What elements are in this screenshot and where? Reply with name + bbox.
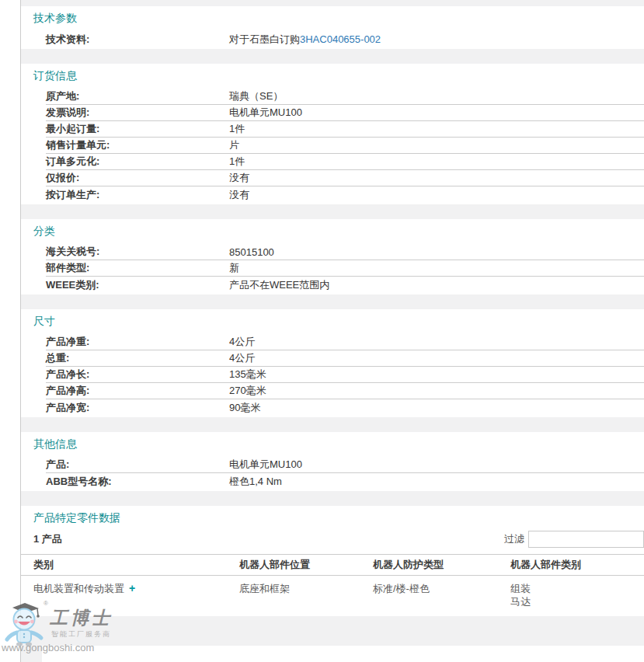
next-section-edge (42, 646, 644, 662)
row-product-net-width: 产品净宽: 90毫米 (46, 399, 644, 416)
kv-label: 产品: (46, 458, 229, 472)
section-classification: 分类 海关关税号: 85015100 部件类型: 新 WEEE类别: 产品不在W… (21, 219, 644, 294)
expand-plus-icon[interactable]: + (129, 582, 135, 594)
filter-group: 过滤 (504, 531, 644, 548)
col-header-robot-part-location: 机器人部件位置 (239, 555, 373, 576)
row-gross-weight: 总重: 4公斤 (46, 350, 644, 367)
kv-value: 没有 (229, 188, 249, 202)
kv-value: 4公斤 (229, 351, 255, 365)
row-customs-tariff-number: 海关关税号: 85015100 (46, 244, 644, 260)
row-product: 产品: 电机单元MU100 (46, 457, 644, 473)
kv-value: 270毫米 (229, 384, 266, 398)
cell-protection: 标准/楼-橙色 (373, 576, 510, 611)
cell-category: 电机装置和传动装置+ (21, 576, 239, 611)
kv-label: 产品净高: (46, 384, 229, 398)
table-row: 电机装置和传动装置+ 底座和框架 标准/楼-橙色 组装 马达 (21, 576, 644, 611)
section-technical-parameters: 技术参数 技术资料: 对于石墨白订购3HAC040655-002 (21, 6, 644, 49)
kv-label: ABB型号名称: (46, 475, 229, 489)
col-header-robot-part-class: 机器人部件类别 (510, 555, 644, 576)
kv-label: 订单多元化: (46, 155, 229, 169)
row-part-type: 部件类型: 新 (46, 260, 644, 277)
kv-label: 销售计量单元: (46, 138, 229, 152)
kv-value: 产品不在WEEE范围内 (229, 278, 329, 292)
section-title: 订货信息 (21, 64, 644, 89)
kv-label: 发票说明: (46, 106, 229, 120)
kv-value: 橙色1,4 Nm (229, 475, 282, 489)
parts-table: 类别 机器人部件位置 机器人防护类型 机器人部件类别 电机装置和传动装置+ 底座… (21, 554, 644, 610)
section-title: 分类 (21, 219, 644, 244)
cell-part-class: 组装 马达 (510, 576, 644, 611)
kv-value: 85015100 (229, 246, 274, 258)
kv-value: 1件 (229, 122, 245, 136)
section-title: 尺寸 (21, 309, 644, 334)
row-order-multiple: 订单多元化: 1件 (46, 154, 644, 170)
kv-label: 技术资料: (46, 33, 229, 47)
kv-value: 对于石墨白订购3HAC040655-002 (229, 33, 381, 47)
section-product-parts-data: 产品特定零件数据 1 产品 过滤 类别 机器人部件位置 机器人防护类型 机器人部… (21, 506, 644, 616)
row-sales-unit: 销售计量单元: 片 (46, 138, 644, 154)
kv-label: 最小起订量: (46, 122, 229, 136)
product-detail-content: 技术参数 技术资料: 对于石墨白订购3HAC040655-002 订货信息 原产… (21, 0, 644, 662)
parts-toolbar: 1 产品 过滤 (21, 531, 644, 554)
kv-value: 1件 (229, 155, 245, 169)
parts-table-header-row: 类别 机器人部件位置 机器人防护类型 机器人部件类别 (21, 555, 644, 576)
row-made-to-order: 按订单生产: 没有 (46, 186, 644, 203)
kv-value: 135毫米 (229, 368, 266, 382)
kv-value: 90毫米 (229, 401, 260, 415)
kv-label: 总重: (46, 351, 229, 365)
kv-value: 没有 (229, 171, 249, 185)
row-product-net-height: 产品净高: 270毫米 (46, 383, 644, 399)
kv-value: 瑞典（SE） (229, 89, 283, 103)
kv-label: 仅报价: (46, 171, 229, 185)
row-quote-only: 仅报价: 没有 (46, 170, 644, 186)
row-country-of-origin: 原产地: 瑞典（SE） (46, 89, 644, 105)
kv-label: 产品净长: (46, 368, 229, 382)
kv-value: 电机单元MU100 (229, 458, 302, 472)
kv-value: 电机单元MU100 (229, 106, 302, 120)
section-title: 其他信息 (21, 432, 644, 457)
row-technical-data: 技术资料: 对于石墨白订购3HAC040655-002 (46, 31, 644, 47)
row-abb-type-name: ABB型号名称: 橙色1,4 Nm (46, 473, 644, 490)
kv-label: 海关关税号: (46, 245, 229, 259)
row-product-net-weight: 产品净重: 4公斤 (46, 334, 644, 350)
row-minimum-order-qty: 最小起订量: 1件 (46, 121, 644, 138)
product-count: 1 产品 (33, 532, 62, 546)
kv-label: WEEE类别: (46, 278, 229, 292)
kv-label: 产品净重: (46, 335, 229, 349)
kv-label: 原产地: (46, 89, 229, 103)
kv-label: 部件类型: (46, 261, 229, 275)
kv-label: 按订单生产: (46, 188, 229, 202)
kv-value: 4公斤 (229, 335, 255, 349)
cell-location: 底座和框架 (239, 576, 373, 611)
row-weee-category: WEEE类别: 产品不在WEEE范围内 (46, 277, 644, 293)
col-header-category: 类别 (21, 555, 239, 576)
graphite-white-order-link[interactable]: 3HAC040655-002 (300, 33, 381, 45)
kv-value: 片 (229, 138, 239, 152)
filter-input[interactable] (528, 531, 644, 548)
section-ordering-info: 订货信息 原产地: 瑞典（SE） 发票说明: 电机单元MU100 最小起订量: … (21, 64, 644, 204)
section-title: 产品特定零件数据 (21, 506, 644, 531)
kv-value: 新 (229, 261, 239, 275)
row-product-net-length: 产品净长: 135毫米 (46, 367, 644, 383)
section-other-info: 其他信息 产品: 电机单元MU100 ABB型号名称: 橙色1,4 Nm (21, 432, 644, 491)
filter-label: 过滤 (504, 532, 524, 546)
col-header-robot-protection-type: 机器人防护类型 (373, 555, 510, 576)
section-title: 技术参数 (21, 6, 644, 31)
row-invoice-description: 发票说明: 电机单元MU100 (46, 105, 644, 121)
kv-label: 产品净宽: (46, 401, 229, 415)
section-dimensions: 尺寸 产品净重: 4公斤 总重: 4公斤 产品净长: 135毫米 产品净高: 2… (21, 309, 644, 417)
